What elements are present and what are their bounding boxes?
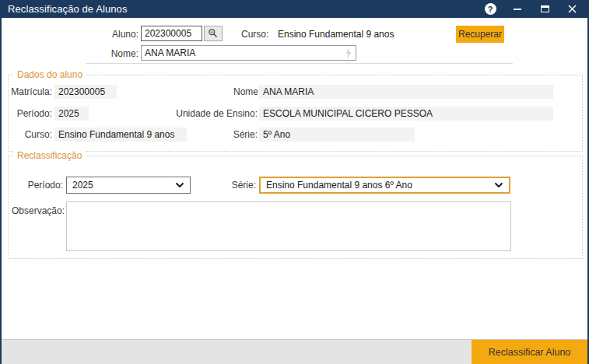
matricula-value: 202300005 <box>54 85 117 99</box>
serie-select[interactable]: Ensino Fundamental 9 anos 6º Ano <box>259 177 510 194</box>
recuperar-button[interactable]: Recuperar <box>456 26 504 43</box>
nome-label: Nome: <box>110 48 138 59</box>
unidade-de-ensino-label: Unidade de Ensino: <box>133 107 258 121</box>
search-icon <box>208 28 219 39</box>
periodo-label-reclass: Período: <box>10 177 63 194</box>
form-separator <box>86 63 513 64</box>
titlebar: Reclassificação de Alunos ? <box>2 0 587 18</box>
observacao-label: Observação: <box>10 204 65 218</box>
reclassificacao-window: Reclassificação de Alunos ? Aluno: Curso… <box>0 0 589 364</box>
window-title: Reclassificação de Alunos <box>8 3 128 15</box>
serie-label-dados: Série: <box>133 128 258 142</box>
dados-do-aluno-title: Dados do aluno <box>13 69 86 80</box>
reclassificacao-group: Reclassificação Período: 2025 Série: Ens… <box>8 156 583 259</box>
serie-value-dados: 5º Ano <box>259 128 415 142</box>
footer-bar: Reclassificar Aluno <box>2 339 587 364</box>
maximize-button[interactable] <box>538 3 551 16</box>
reclassificar-aluno-button[interactable]: Reclassificar Aluno <box>472 340 587 364</box>
reclassificacao-title: Reclassificação <box>13 150 86 161</box>
titlebar-controls: ? <box>484 3 587 16</box>
curso-value: Ensino Fundamental 9 anos <box>278 29 394 40</box>
unidade-de-ensino-value: ESCOLA MUNICIPAL CICERO PESSOA <box>259 107 553 121</box>
observacao-textarea[interactable] <box>66 201 511 251</box>
aluno-input[interactable] <box>141 26 202 41</box>
maximize-icon <box>541 5 549 12</box>
minimize-icon <box>514 9 521 10</box>
nome-label-dados: Nome: <box>133 85 258 99</box>
dados-do-aluno-group: Dados do aluno Matrícula: 202300005 Perí… <box>8 75 583 152</box>
periodo-label-dados: Período: <box>10 107 52 121</box>
help-icon: ? <box>485 3 496 15</box>
nome-input[interactable] <box>141 45 356 61</box>
search-student-button[interactable] <box>204 26 223 41</box>
close-icon <box>568 5 577 13</box>
chevron-down-icon <box>175 182 184 188</box>
nome-value-dados: ANA MARIA <box>259 85 553 99</box>
chevron-down-icon <box>494 182 503 188</box>
matricula-label: Matrícula: <box>10 85 52 99</box>
curso-label-dados: Curso: <box>10 128 52 142</box>
aluno-label: Aluno: <box>109 29 138 40</box>
periodo-value-dados: 2025 <box>54 107 89 121</box>
periodo-select[interactable]: 2025 <box>66 177 191 194</box>
minimize-button[interactable] <box>511 3 524 16</box>
serie-label-reclass: Série: <box>195 177 256 194</box>
periodo-select-value: 2025 <box>72 180 93 191</box>
help-button[interactable]: ? <box>484 3 496 16</box>
serie-select-value: Ensino Fundamental 9 anos 6º Ano <box>266 180 412 191</box>
close-button[interactable] <box>566 3 578 16</box>
curso-label: Curso: <box>241 29 268 40</box>
